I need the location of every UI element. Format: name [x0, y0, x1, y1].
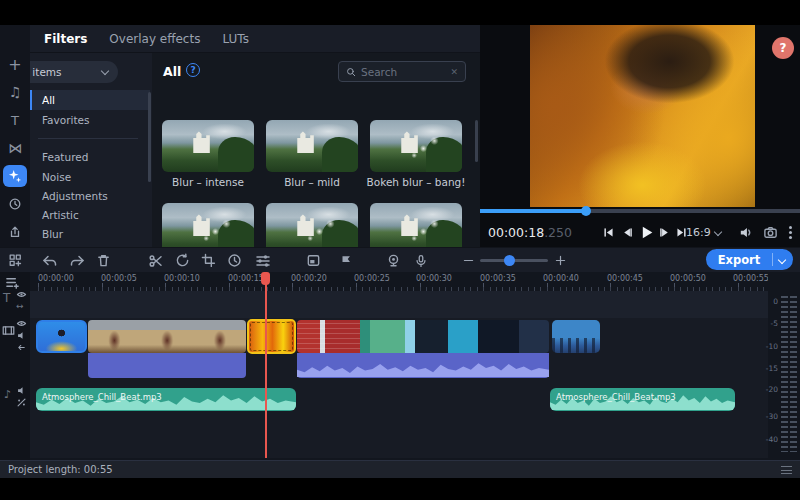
- volume-button[interactable]: [738, 225, 753, 240]
- video-visibility-eye-icon[interactable]: [16, 318, 27, 329]
- video-linked-audio-icon[interactable]: [16, 342, 27, 353]
- playhead-line[interactable]: [265, 272, 267, 458]
- audio-volume-speaker-icon[interactable]: [16, 385, 27, 396]
- marker-flag-button[interactable]: [337, 252, 354, 269]
- playhead-handle[interactable]: [261, 272, 270, 285]
- audio-clip-2[interactable]: Atmosphere_Chill_Beat.mp3: [550, 388, 735, 411]
- category-adjustments[interactable]: Adjustments: [30, 186, 150, 206]
- more-tools-icon[interactable]: [0, 249, 30, 271]
- snapshot-button[interactable]: [763, 225, 778, 240]
- meter-label: -40: [766, 435, 778, 444]
- group-heading: All: [163, 64, 181, 79]
- tab-overlay-effects[interactable]: Overlay effects: [109, 32, 200, 46]
- filter-label: Bokeh blur – bang!: [366, 176, 466, 188]
- category-noise[interactable]: Noise: [30, 167, 150, 187]
- filter-label: Blur – intense: [158, 176, 258, 188]
- clip-speed-button[interactable]: [226, 252, 243, 269]
- video-clip-1[interactable]: [36, 320, 87, 353]
- add-media-icon[interactable]: +: [0, 53, 30, 75]
- playback-controls: 00:00:18.250 16:9: [480, 217, 800, 247]
- chevron-down-icon: [101, 66, 109, 74]
- redo-button[interactable]: [69, 252, 86, 269]
- category-scrollbar[interactable]: [148, 92, 151, 182]
- audio-clip-1[interactable]: Atmosphere_Chill_Beat.mp3: [36, 388, 296, 411]
- tab-luts[interactable]: LUTs: [222, 32, 248, 46]
- audio-unlink-icon[interactable]: [16, 397, 27, 408]
- meter-label: 0: [773, 297, 778, 306]
- audio-waveform: [297, 361, 549, 377]
- overlay-button[interactable]: [305, 252, 322, 269]
- play-button[interactable]: [638, 224, 655, 241]
- crop-button[interactable]: [200, 252, 217, 269]
- split-button[interactable]: [147, 252, 164, 269]
- library-tab-bar: Filters Overlay effects LUTs: [30, 25, 480, 53]
- category-all[interactable]: All: [30, 90, 150, 110]
- stickers-icon[interactable]: [0, 221, 30, 243]
- color-adjustments-button[interactable]: [254, 252, 271, 269]
- video-clip-4[interactable]: [297, 320, 549, 353]
- linked-audio-clip-2[interactable]: [88, 353, 246, 378]
- zoom-out-button[interactable]: [460, 252, 477, 269]
- bottom-black-bar: [0, 478, 800, 500]
- search-placeholder: Search: [361, 66, 397, 78]
- timeline-ruler[interactable]: 00:00:00 00:00:05 00:00:10 00:00:15 00:0…: [30, 272, 770, 291]
- category-featured[interactable]: Featured: [30, 147, 150, 167]
- zoom-slider-handle[interactable]: [504, 255, 515, 266]
- audio-icon[interactable]: ♫: [0, 81, 30, 103]
- video-clip-5[interactable]: [552, 320, 600, 353]
- category-favorites[interactable]: Favorites: [30, 110, 150, 130]
- category-artistic[interactable]: Artistic: [30, 205, 150, 225]
- chevron-down-icon: [713, 228, 721, 236]
- aspect-ratio-dropdown[interactable]: 16:9: [686, 226, 721, 239]
- grid-scrollbar[interactable]: [475, 120, 478, 162]
- transitions-icon[interactable]: ⋈: [0, 137, 30, 159]
- ruler-label: 00:00:05: [101, 274, 137, 283]
- ruler-label: 00:00:10: [164, 274, 200, 283]
- help-circle-icon[interactable]: ?: [186, 63, 200, 77]
- seek-bar[interactable]: [480, 209, 800, 213]
- ruler-label: 00:00:25: [354, 274, 390, 283]
- search-icon: [346, 67, 356, 77]
- search-input[interactable]: Search ✕: [338, 61, 466, 82]
- meter-label: -20: [766, 385, 778, 394]
- tab-filters[interactable]: Filters: [44, 32, 87, 46]
- webcam-capture-button[interactable]: [385, 252, 402, 269]
- category-divider: [38, 138, 138, 139]
- preview-menu-icon[interactable]: [789, 226, 792, 229]
- title-track[interactable]: [30, 291, 768, 318]
- video-clip-2[interactable]: [88, 320, 246, 353]
- title-track-icon: T: [3, 291, 10, 305]
- rotate-button[interactable]: [174, 252, 191, 269]
- linked-audio-clip-4[interactable]: [297, 353, 549, 378]
- resize-grip-icon[interactable]: [781, 466, 792, 474]
- speed-icon[interactable]: [0, 193, 30, 215]
- filter-thumb-blur-mild[interactable]: [266, 120, 358, 172]
- search-clear-icon[interactable]: ✕: [450, 67, 458, 77]
- title-link-icon[interactable]: ↔: [16, 301, 24, 311]
- titles-icon[interactable]: T: [0, 109, 30, 131]
- filters-icon[interactable]: [3, 165, 27, 187]
- status-bar: Project length: 00:55: [0, 460, 800, 478]
- skip-start-button[interactable]: [602, 226, 615, 239]
- add-track-icon[interactable]: [5, 275, 20, 290]
- video-frame: [530, 25, 755, 207]
- delete-button[interactable]: [95, 252, 112, 269]
- zoom-in-button[interactable]: [552, 252, 569, 269]
- timecode: 00:00:18.250: [488, 225, 572, 240]
- audio-level-meter: 0 -5 -10 -15 -20 -30 -40: [768, 272, 800, 458]
- export-button[interactable]: Export: [706, 249, 793, 270]
- meter-label: -5: [771, 319, 778, 328]
- filter-thumb-bokeh-bang[interactable]: [370, 120, 462, 172]
- voice-record-button[interactable]: [412, 252, 429, 269]
- help-button[interactable]: ?: [772, 37, 794, 59]
- video-mute-speaker-icon[interactable]: [16, 330, 27, 341]
- prev-frame-button[interactable]: [621, 226, 634, 239]
- seek-handle[interactable]: [581, 206, 591, 216]
- filter-thumb-blur-intense[interactable]: [162, 120, 254, 172]
- next-frame-button[interactable]: [658, 226, 671, 239]
- undo-button[interactable]: [40, 252, 57, 269]
- title-visibility-eye-icon[interactable]: [16, 289, 27, 300]
- export-chevron-icon[interactable]: [778, 255, 786, 263]
- video-clip-3-selected[interactable]: [247, 319, 296, 354]
- category-blur[interactable]: Blur: [30, 224, 150, 244]
